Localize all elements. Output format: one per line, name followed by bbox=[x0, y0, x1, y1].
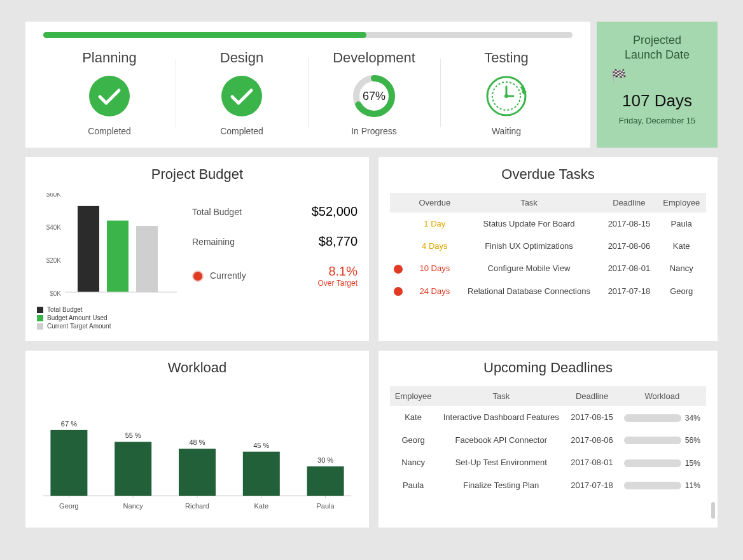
legend-item: Total Budget bbox=[37, 306, 177, 313]
col-header: Workload bbox=[618, 386, 706, 406]
legend-swatch-icon bbox=[37, 315, 43, 321]
deadline-cell: 2017-07-18 bbox=[601, 280, 656, 303]
svg-text:Paula: Paula bbox=[317, 502, 335, 510]
remaining-value: $8,770 bbox=[319, 234, 358, 249]
workload-cell: 56% bbox=[618, 429, 706, 452]
project-budget-card: Project Budget $0K$20K$40K$60K Total Bud… bbox=[25, 157, 369, 341]
col-header: Deadline bbox=[566, 386, 618, 406]
svg-text:67 %: 67 % bbox=[61, 420, 77, 428]
svg-text:Kate: Kate bbox=[254, 502, 268, 510]
deadline-cell: 2017-08-06 bbox=[601, 235, 656, 257]
card-title: Project Budget bbox=[37, 166, 358, 183]
launch-date: Friday, December 15 bbox=[602, 116, 712, 125]
task-cell: Status Update For Board bbox=[457, 213, 602, 235]
overdue-cell: 10 Days bbox=[413, 257, 457, 280]
svg-text:Richard: Richard bbox=[185, 502, 209, 510]
legend-swatch-icon bbox=[37, 307, 43, 313]
col-header: Task bbox=[457, 193, 602, 213]
employee-cell: Kate bbox=[656, 235, 706, 257]
workload-cell: 34% bbox=[618, 406, 706, 429]
legend-item: Current Target Amount bbox=[37, 323, 177, 330]
upcoming-deadlines-card: Upcoming Deadlines EmployeeTaskDeadlineW… bbox=[378, 351, 718, 528]
overdue-tasks-card: Overdue Tasks OverdueTaskDeadlineEmploye… bbox=[378, 157, 718, 341]
deadline-cell: 2017-08-01 bbox=[566, 451, 618, 474]
total-budget-value: $52,000 bbox=[312, 204, 358, 219]
svg-text:45 %: 45 % bbox=[253, 442, 269, 449]
svg-text:Georg: Georg bbox=[59, 502, 79, 510]
col-header: Deadline bbox=[601, 193, 656, 213]
launch-title: ProjectedLaunch Date bbox=[602, 33, 712, 62]
workload-pill-icon bbox=[624, 459, 681, 467]
employee-cell: Kate bbox=[390, 406, 436, 429]
workload-cell: 15% bbox=[618, 451, 706, 474]
svg-rect-16 bbox=[107, 221, 128, 292]
deadline-cell: 2017-07-18 bbox=[566, 474, 618, 497]
deadline-cell: 2017-08-01 bbox=[601, 257, 656, 280]
svg-text:55 %: 55 % bbox=[125, 431, 141, 439]
phase-testing: TestingWaiting bbox=[440, 50, 573, 136]
remaining-label: Remaining bbox=[192, 237, 235, 247]
phase-title: Testing bbox=[445, 50, 567, 66]
col-header: Employee bbox=[656, 193, 706, 213]
donut-icon: 67% bbox=[352, 74, 396, 118]
total-budget-label: Total Budget bbox=[192, 207, 242, 217]
phase-design: DesignCompleted bbox=[176, 50, 308, 136]
check-icon bbox=[219, 74, 264, 118]
overdue-cell: 1 Day bbox=[413, 213, 457, 235]
table-row[interactable]: PaulaFinalize Testing Plan2017-07-1811% bbox=[390, 474, 706, 497]
svg-text:48 %: 48 % bbox=[189, 438, 205, 446]
task-cell: Configure Mobile View bbox=[457, 257, 602, 280]
deadline-cell: 2017-08-06 bbox=[566, 429, 618, 452]
employee-cell: Georg bbox=[656, 280, 706, 303]
phase-status: Completed bbox=[181, 126, 303, 136]
svg-rect-15 bbox=[78, 206, 99, 292]
severity-dot-icon bbox=[394, 287, 403, 296]
svg-text:$60K: $60K bbox=[46, 193, 62, 198]
svg-text:$0K: $0K bbox=[50, 290, 61, 297]
svg-rect-17 bbox=[136, 226, 158, 292]
scrollbar[interactable] bbox=[711, 502, 715, 519]
legend-label: Total Budget bbox=[47, 306, 83, 313]
progress-bar bbox=[43, 32, 573, 38]
col-header: Employee bbox=[390, 386, 436, 406]
legend-swatch-icon bbox=[37, 323, 43, 330]
phase-title: Development bbox=[313, 50, 435, 66]
card-title: Overdue Tasks bbox=[390, 166, 706, 183]
task-cell: Relational Database Connections bbox=[457, 280, 602, 303]
table-row[interactable]: 10 DaysConfigure Mobile View2017-08-01Na… bbox=[390, 257, 706, 280]
employee-cell: Nancy bbox=[390, 451, 436, 474]
col-header: Task bbox=[436, 386, 566, 406]
svg-point-1 bbox=[221, 76, 262, 116]
over-target-dot-icon bbox=[192, 270, 204, 282]
table-row[interactable]: NancySet-Up Test Environment2017-08-0115… bbox=[390, 451, 706, 474]
overdue-cell: 24 Days bbox=[413, 280, 457, 303]
card-title: Upcoming Deadlines bbox=[390, 360, 706, 376]
phase-title: Design bbox=[181, 50, 303, 66]
workload-bar-chart: 67 %Georg55 %Nancy48 %Richard45 %Kate30 … bbox=[37, 386, 358, 514]
svg-rect-24 bbox=[115, 442, 151, 496]
budget-bar-chart: $0K$20K$40K$60K Total BudgetBudget Amoun… bbox=[37, 193, 177, 330]
svg-text:$20K: $20K bbox=[46, 257, 62, 264]
svg-rect-20 bbox=[50, 430, 87, 496]
phase-status: Completed bbox=[48, 126, 170, 136]
upcoming-table: EmployeeTaskDeadlineWorkload KateInterac… bbox=[390, 386, 706, 496]
workload-pill-icon bbox=[624, 414, 681, 422]
workload-pill-icon bbox=[624, 437, 681, 444]
table-row[interactable]: KateInteractive Dashboard Features2017-0… bbox=[390, 406, 706, 429]
svg-rect-28 bbox=[179, 449, 216, 496]
task-cell: Finalize Testing Plan bbox=[436, 474, 566, 497]
currently-label: Currently bbox=[210, 270, 246, 281]
table-row[interactable]: 4 DaysFinish UX Optimizations2017-08-06K… bbox=[390, 235, 706, 257]
employee-cell: Georg bbox=[390, 429, 436, 452]
table-row[interactable]: 24 DaysRelational Database Connections20… bbox=[390, 280, 706, 303]
clock-icon bbox=[484, 74, 529, 118]
col-header: Overdue bbox=[413, 193, 457, 213]
task-cell: Interactive Dashboard Features bbox=[436, 406, 566, 429]
table-row[interactable]: 1 DayStatus Update For Board2017-08-15Pa… bbox=[390, 213, 706, 235]
table-row[interactable]: GeorgFacebook API Connector2017-08-0656% bbox=[390, 429, 706, 452]
phase-tracker: PlanningCompletedDesignCompletedDevelopm… bbox=[25, 22, 590, 148]
svg-point-9 bbox=[504, 94, 508, 98]
over-target-value: 8.1% Over Target bbox=[318, 264, 358, 288]
card-title: Workload bbox=[37, 360, 358, 376]
check-icon bbox=[87, 74, 132, 118]
